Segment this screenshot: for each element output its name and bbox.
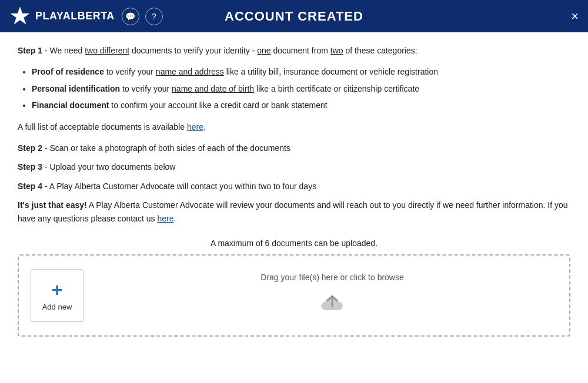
step1-text-middle: documents to verify your identity - (129, 46, 257, 55)
svg-marker-0 (11, 7, 29, 24)
upload-section: A maximum of 6 documents can be uploaded… (18, 237, 570, 337)
logo-icon (9, 6, 31, 27)
step4-line: Step 4 - A Play Alberta Customer Advocat… (18, 180, 570, 193)
its-easy-end: . (173, 214, 176, 223)
logo: PLAYALBERTA (9, 6, 115, 27)
page-title: ACCOUNT CREATED (225, 9, 363, 24)
its-easy: It's just that easy! A Play Alberta Cust… (18, 199, 570, 225)
step1-text-after: document from (271, 46, 330, 55)
step1-text-end: of these categories: (343, 46, 417, 55)
list-item: Financial document to confirm your accou… (32, 99, 570, 112)
drag-area: Drag your file(s) here or click to brows… (107, 273, 557, 319)
list-item: Proof of residence to verify your name a… (32, 65, 570, 78)
bullet1-underline: name and address (156, 67, 224, 76)
step1-two: two (330, 46, 343, 55)
bullet1-rest-after: like a utility bill, insurance document … (224, 67, 438, 76)
help-icon: ? (152, 12, 156, 21)
step4-label: Step 4 (18, 182, 42, 191)
add-new-label: Add new (42, 303, 72, 311)
step1-two-different: two different (85, 46, 129, 55)
bullet1-bold: Proof of residence (32, 67, 104, 76)
chat-icon: 💬 (125, 12, 135, 21)
plus-icon: + (52, 280, 63, 299)
bullet-list: Proof of residence to verify your name a… (32, 65, 570, 112)
full-list-line: A full list of acceptable documents is a… (18, 120, 570, 133)
bullet2-rest-after: like a birth certificate or citizenship … (254, 84, 419, 93)
list-item: Personal identification to verify your n… (32, 82, 570, 95)
upload-icon (318, 288, 347, 319)
content-area: Step 1 - We need two different documents… (0, 32, 588, 383)
drag-text: Drag your file(s) here or click to brows… (260, 273, 404, 282)
step1-label: Step 1 (18, 46, 42, 55)
full-list-link[interactable]: here (187, 122, 203, 132)
upload-max-text: A maximum of 6 documents can be uploaded… (18, 237, 570, 250)
chat-button[interactable]: 💬 (122, 8, 139, 25)
upload-dropzone[interactable]: + Add new Drag your file(s) here or clic… (18, 254, 570, 337)
its-easy-text: A Play Alberta Customer Advocate will re… (18, 200, 568, 223)
logo-text: PLAYALBERTA (35, 10, 115, 22)
close-button[interactable]: × (571, 10, 579, 23)
step4-text: - A Play Alberta Customer Advocate will … (42, 182, 316, 191)
bullet3-bold: Financial document (32, 100, 109, 110)
step1-text-before: - We need (42, 46, 85, 55)
bullet1-rest-before: to verify your (104, 67, 156, 76)
its-easy-link[interactable]: here (157, 214, 173, 223)
bullet2-underline: name and date of birth (172, 84, 254, 93)
step3-text: - Upload your two documents below (42, 162, 175, 172)
full-list-text: A full list of acceptable documents is a… (18, 122, 187, 132)
full-list-end: . (203, 122, 206, 132)
step1-intro: Step 1 - We need two different documents… (18, 44, 570, 57)
step2-label: Step 2 (18, 143, 42, 153)
help-button[interactable]: ? (145, 8, 163, 25)
bullet3-rest-after: to confirm your account like a credit ca… (109, 100, 327, 110)
step1-one: one (257, 46, 270, 55)
header-icons: 💬 ? (122, 8, 163, 25)
step2-line: Step 2 - Scan or take a photograph of bo… (18, 142, 570, 154)
step3-label: Step 3 (18, 162, 42, 172)
header: PLAYALBERTA 💬 ? ACCOUNT CREATED × (0, 0, 588, 32)
main-window: PLAYALBERTA 💬 ? ACCOUNT CREATED × Step 1… (0, 0, 588, 383)
bullet2-bold: Personal identification (32, 84, 120, 93)
bullet2-rest-before: to verify your (120, 84, 172, 93)
step3-line: Step 3 - Upload your two documents below (18, 160, 570, 173)
add-new-button[interactable]: + Add new (31, 269, 83, 322)
its-easy-bold: It's just that easy! (18, 200, 87, 210)
step2-text: - Scan or take a photograph of both side… (42, 143, 290, 153)
